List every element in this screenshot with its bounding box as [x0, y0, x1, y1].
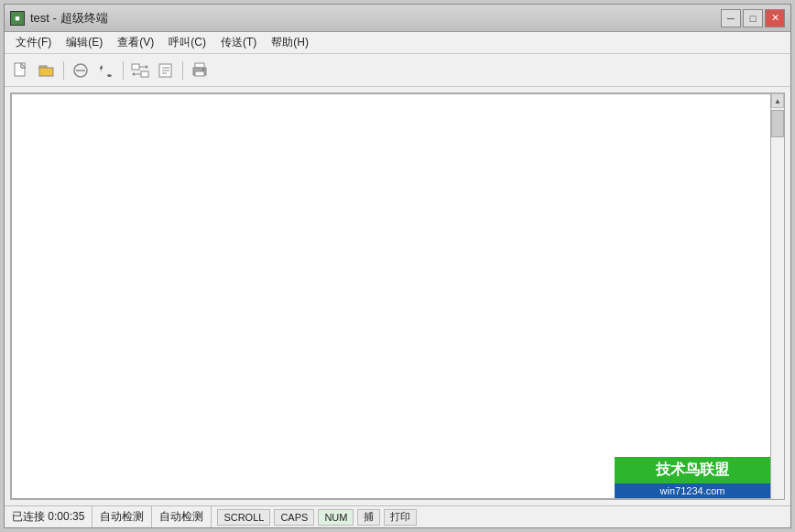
- status-auto2: 自动检测: [152, 506, 212, 527]
- toolbar-sep-1: [63, 61, 64, 80]
- toolbar-sep-2: [123, 61, 124, 80]
- main-area: 技术鸟联盟 win71234.com ▲: [5, 87, 790, 505]
- svg-rect-18: [195, 71, 204, 76]
- restore-button[interactable]: □: [743, 9, 763, 27]
- close-button[interactable]: ✕: [765, 9, 785, 27]
- status-badges: SCROLL CAPS NUM 捕 打印: [212, 509, 424, 526]
- toolbar: [5, 54, 790, 87]
- menu-help[interactable]: 帮助(H): [264, 33, 316, 52]
- status-connection: 已连接 0:00:35: [5, 506, 93, 527]
- menu-view[interactable]: 查看(V): [110, 33, 161, 52]
- watermark-overlay: 技术鸟联盟 win71234.com: [615, 457, 770, 498]
- title-bar-left: ■ test - 超级终端: [10, 10, 108, 27]
- capture-badge: 捕: [357, 509, 380, 526]
- print-badge: 打印: [384, 509, 417, 526]
- menu-transfer[interactable]: 传送(T): [213, 33, 264, 52]
- scroll-up-button[interactable]: ▲: [771, 93, 784, 108]
- scroll-thumb[interactable]: [771, 110, 784, 137]
- status-bar: 已连接 0:00:35 自动检测 自动检测 SCROLL CAPS NUM 捕 …: [5, 505, 790, 527]
- toolbar-disconnect-button[interactable]: [70, 60, 92, 81]
- toolbar-sep-3: [182, 61, 183, 80]
- print-icon: [191, 62, 208, 79]
- menu-bar: 文件(F) 编辑(E) 查看(V) 呼叫(C) 传送(T) 帮助(H): [5, 32, 790, 54]
- caps-badge: CAPS: [274, 509, 314, 526]
- toolbar-print-button[interactable]: [189, 60, 211, 81]
- minimize-button[interactable]: ─: [721, 9, 741, 27]
- toolbar-open-button[interactable]: [36, 60, 58, 81]
- svg-rect-16: [195, 63, 204, 68]
- watermark-blue: win71234.com: [615, 483, 770, 498]
- svg-rect-3: [39, 68, 53, 76]
- terminal-viewport[interactable]: 技术鸟联盟 win71234.com: [10, 92, 770, 500]
- properties-icon: [158, 62, 174, 79]
- menu-edit[interactable]: 编辑(E): [59, 33, 110, 52]
- svg-rect-7: [141, 71, 148, 77]
- svg-marker-10: [146, 65, 148, 69]
- watermark-green: 技术鸟联盟: [615, 457, 770, 483]
- window-title: test - 超级终端: [30, 10, 108, 27]
- toolbar-new-button[interactable]: [10, 60, 32, 81]
- disconnect-icon: [72, 62, 89, 79]
- svg-rect-6: [132, 64, 139, 70]
- open-icon: [38, 62, 55, 79]
- title-bar: ■ test - 超级终端 ─ □ ✕: [5, 5, 790, 32]
- phone-icon: [98, 62, 114, 79]
- num-badge: NUM: [318, 509, 354, 526]
- new-icon: [13, 62, 29, 79]
- title-bar-buttons: ─ □ ✕: [721, 9, 785, 27]
- toolbar-properties-button[interactable]: [155, 60, 177, 81]
- menu-call[interactable]: 呼叫(C): [161, 33, 213, 52]
- toolbar-phone-button[interactable]: [95, 60, 117, 81]
- vertical-scrollbar[interactable]: ▲: [770, 92, 785, 500]
- menu-file[interactable]: 文件(F): [8, 33, 59, 52]
- status-auto1: 自动检测: [93, 506, 152, 527]
- sendrecv-icon: [131, 62, 149, 79]
- svg-marker-11: [132, 72, 135, 76]
- scroll-badge: SCROLL: [217, 509, 270, 526]
- toolbar-sendrecv-button[interactable]: [129, 60, 151, 81]
- svg-point-19: [202, 69, 204, 71]
- app-icon: ■: [10, 11, 25, 26]
- main-window: ■ test - 超级终端 ─ □ ✕ 文件(F) 编辑(E) 查看(V) 呼叫…: [4, 4, 791, 528]
